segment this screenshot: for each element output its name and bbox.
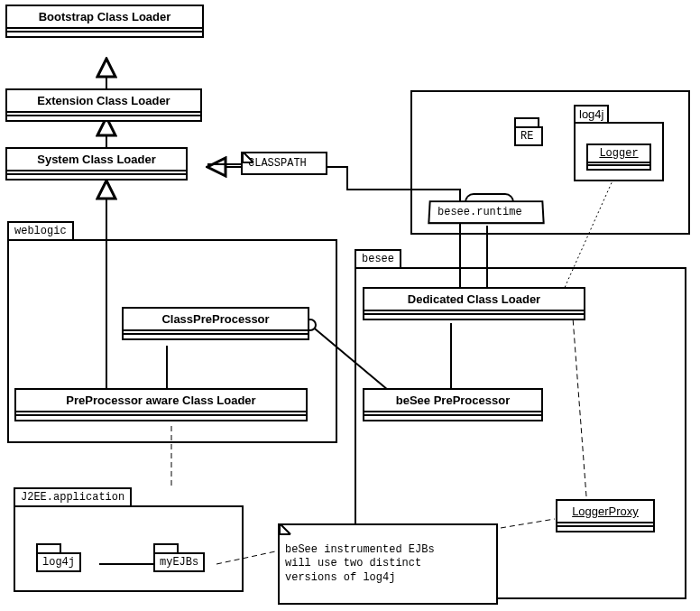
logger-class: Logger xyxy=(586,143,651,171)
class-title: Logger xyxy=(588,145,649,163)
log4j-app-package: log4j xyxy=(36,543,81,572)
besee-tab: besee xyxy=(355,249,401,267)
weblogic-tab: weblogic xyxy=(7,221,74,239)
re-package: RE xyxy=(514,117,543,146)
class-title: Bootstrap Class Loader xyxy=(7,6,202,29)
note-text: CLASSPATH xyxy=(248,157,307,170)
log4j-top-package: log4j Logger xyxy=(574,105,664,181)
pkg-label: myEJBs xyxy=(160,556,198,569)
bootstrap-class-loader: Bootstrap Class Loader xyxy=(5,5,204,38)
pkg-label: log4j xyxy=(579,107,603,121)
j2ee-tab: J2EE.application xyxy=(14,487,132,505)
tab-label: weblogic xyxy=(14,225,67,237)
classpath-note: CLASSPATH xyxy=(241,152,327,175)
class-title: Dedicated Class Loader xyxy=(364,289,584,311)
class-title: System Class Loader xyxy=(7,149,186,171)
class-title: Extension Class Loader xyxy=(7,90,200,113)
pkg-label: RE xyxy=(520,130,533,143)
note-text: beSee instrumented EJBs will use two dis… xyxy=(285,543,435,584)
logger-proxy: LoggerProxy xyxy=(556,499,655,532)
class-pre-processor: ClassPreProcessor xyxy=(122,307,309,340)
preprocessor-aware-class-loader: PreProcessor aware Class Loader xyxy=(14,388,308,421)
class-title: LoggerProxy xyxy=(557,501,653,523)
comment-note: beSee instrumented EJBs will use two dis… xyxy=(278,523,498,605)
dedicated-class-loader: Dedicated Class Loader xyxy=(363,287,585,320)
folder-label: besee.runtime xyxy=(438,206,522,218)
pkg-label: log4j xyxy=(42,556,75,569)
class-title: PreProcessor aware Class Loader xyxy=(16,390,306,412)
tab-label: besee xyxy=(362,253,394,265)
class-title: ClassPreProcessor xyxy=(124,309,308,331)
tab-label: J2EE.application xyxy=(21,491,124,504)
besee-preprocessor: beSee PreProcessor xyxy=(363,388,543,421)
system-class-loader: System Class Loader xyxy=(5,147,188,181)
myejbs-package: myEJBs xyxy=(153,543,205,572)
class-title: beSee PreProcessor xyxy=(364,390,541,412)
extension-class-loader: Extension Class Loader xyxy=(5,88,202,122)
